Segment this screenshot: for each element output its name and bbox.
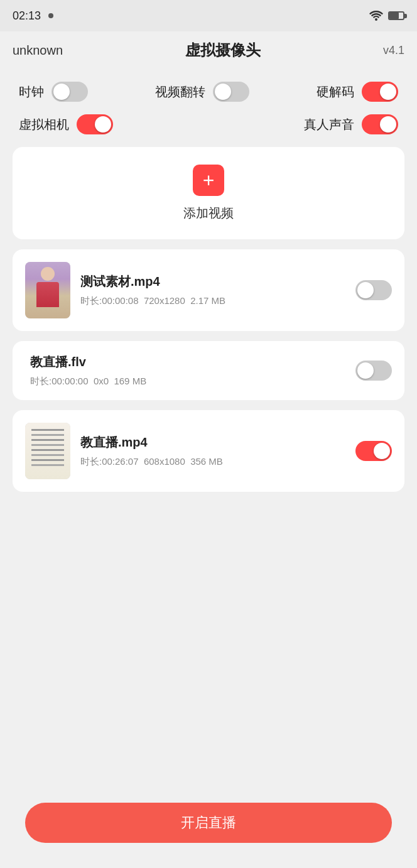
clock-toggle-knob: [53, 84, 70, 100]
video-card-2: 教直播.mp4 时长:00:26:07 608x1080 356 MB: [13, 410, 404, 492]
control-video-flip: 视频翻转: [155, 82, 249, 102]
control-hw-decode: 硬解码: [317, 82, 398, 102]
hw-decode-label: 硬解码: [317, 84, 354, 100]
battery-icon: [388, 11, 404, 20]
video-duration-1: 时长:00:00:00: [30, 376, 89, 386]
video-resolution-2: 608x1080: [144, 456, 185, 467]
bottom-section: 开启直播: [0, 790, 417, 868]
header: unknown 虚拟摄像头 v4.1: [0, 31, 417, 69]
video-resolution-0: 720x1280: [144, 295, 185, 306]
header-version: v4.1: [383, 44, 404, 57]
status-time: 02:13: [13, 9, 41, 23]
video-resolution-1: 0x0: [94, 376, 109, 386]
video-toggle-1: [355, 361, 392, 381]
header-username: unknown: [13, 43, 63, 58]
video-size-2: 356 MB: [190, 456, 223, 467]
video-meta-2: 时长:00:26:07 608x1080 356 MB: [80, 456, 345, 468]
control-clock: 时钟: [19, 82, 88, 102]
person-thumb-image: [25, 262, 70, 318]
video-meta-1: 时长:00:00:00 0x0 169 MB: [30, 376, 345, 388]
virtual-camera-label: 虚拟相机: [19, 116, 69, 133]
clock-toggle[interactable]: [51, 82, 88, 102]
main-content: 时钟 视频翻转 硬解码 虚拟相机: [0, 69, 417, 583]
real-voice-toggle[interactable]: [362, 114, 398, 134]
real-voice-label: 真人声音: [304, 116, 354, 133]
video-duration-2: 时长:00:26:07: [80, 456, 139, 467]
wifi-icon: [369, 11, 383, 21]
video-name-0: 测试素材.mp4: [80, 273, 345, 290]
video-thumbnail-2: [25, 423, 70, 479]
video-meta-0: 时长:00:00:08 720x1280 2.17 MB: [80, 295, 345, 307]
video-size-1: 169 MB: [114, 376, 146, 386]
video-toggle-0: [355, 280, 392, 300]
status-dot: [48, 13, 53, 18]
video-size-0: 2.17 MB: [190, 295, 225, 306]
paper-thumb-image: [25, 423, 70, 479]
video-flip-label: 视频翻转: [155, 84, 205, 100]
start-live-button[interactable]: 开启直播: [25, 803, 392, 843]
add-video-button[interactable]: +: [193, 165, 224, 196]
video-state-toggle-1[interactable]: [355, 361, 392, 381]
add-video-label: 添加视频: [183, 205, 234, 222]
clock-label: 时钟: [19, 84, 44, 100]
video-duration-0: 时长:00:00:08: [80, 295, 139, 306]
video-state-toggle-0[interactable]: [355, 280, 392, 300]
virtual-camera-toggle-knob: [95, 116, 111, 133]
video-card-0: 测试素材.mp4 时长:00:00:08 720x1280 2.17 MB: [13, 249, 404, 331]
control-real-voice: 真人声音: [304, 114, 398, 134]
video-info-0: 测试素材.mp4 时长:00:00:08 720x1280 2.17 MB: [80, 273, 345, 307]
video-toggle-2: [355, 441, 392, 461]
video-name-1: 教直播.flv: [30, 354, 345, 371]
header-title: 虚拟摄像头: [185, 40, 261, 60]
hw-decode-toggle[interactable]: [362, 82, 398, 102]
video-info-1: 教直播.flv 时长:00:00:00 0x0 169 MB: [30, 354, 345, 388]
video-info-2: 教直播.mp4 时长:00:26:07 608x1080 356 MB: [80, 434, 345, 468]
plus-icon: +: [203, 170, 215, 190]
video-flip-toggle-knob: [215, 84, 231, 100]
video-state-toggle-2[interactable]: [355, 441, 392, 461]
start-live-label: 开启直播: [181, 813, 236, 832]
hw-decode-toggle-knob: [380, 84, 396, 100]
video-thumbnail-0: [25, 262, 70, 318]
controls-row-1: 时钟 视频翻转 硬解码: [13, 75, 404, 108]
add-video-section[interactable]: + 添加视频: [13, 147, 404, 239]
status-icons: [369, 11, 404, 21]
video-flip-toggle[interactable]: [213, 82, 249, 102]
real-voice-toggle-knob: [380, 116, 396, 133]
video-name-2: 教直播.mp4: [80, 434, 345, 451]
status-bar: 02:13: [0, 0, 417, 31]
control-virtual-camera: 虚拟相机: [19, 114, 113, 134]
bottom-spacer: [13, 502, 404, 577]
video-card-1: 教直播.flv 时长:00:00:00 0x0 169 MB: [13, 341, 404, 400]
controls-section: 时钟 视频翻转 硬解码 虚拟相机: [13, 75, 404, 147]
controls-row-2: 虚拟相机 真人声音: [13, 108, 404, 141]
virtual-camera-toggle[interactable]: [77, 114, 113, 134]
